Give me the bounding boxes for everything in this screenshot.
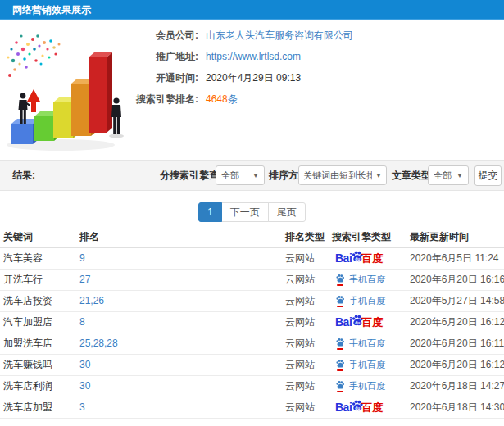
engine-type-cell: Baidu百度 xyxy=(329,311,406,333)
pagination-last-button[interactable]: 尾页 xyxy=(268,202,306,222)
svg-text:du: du xyxy=(356,405,361,410)
engine-type-cell: Baidu百度 xyxy=(329,247,406,269)
baidu-paw-icon xyxy=(335,338,345,347)
caret-down-icon: ▼ xyxy=(456,172,463,179)
rank-cell: 25,28,28 xyxy=(76,333,282,354)
rank-type-cell: 云网站 xyxy=(282,354,329,375)
column-header-updated: 最新更新时间 xyxy=(406,228,504,247)
column-header-rank: 排名 xyxy=(76,228,282,247)
open-time-label: 开通时间: xyxy=(129,71,198,85)
mobile-baidu-logo: 手机百度 xyxy=(335,359,385,371)
article-type-select[interactable]: 全部 ▼ xyxy=(428,165,469,185)
mobile-baidu-logo: 手机百度 xyxy=(335,380,385,392)
info-row-company: 会员公司: 山东老人头汽车服务咨询有限公司 xyxy=(129,25,353,46)
red-underline xyxy=(337,306,343,307)
updated-time-cell: 2020年6月5日 11:24 xyxy=(406,247,504,269)
baidu-paw-icon xyxy=(335,359,345,369)
engine-type-cell: 手机百度 xyxy=(329,290,406,311)
bar-chart-illustration xyxy=(2,25,129,156)
rank-unit: 条 xyxy=(228,93,238,105)
engine-filter-value: 全部 xyxy=(221,170,239,182)
info-row-open-time: 开通时间: 2020年4月29日 09:13 xyxy=(129,67,353,88)
rank-type-cell: 云网站 xyxy=(282,311,329,333)
caret-down-icon: ▼ xyxy=(375,172,382,179)
column-header-keyword: 关键词 xyxy=(0,228,76,247)
baidu-logo: Baidu百度 xyxy=(335,399,383,416)
baidu-logo: Baidu百度 xyxy=(335,314,383,331)
keyword-cell: 洗车店投资 xyxy=(0,290,76,311)
table-header-row: 关键词 排名 排名类型 搜索引擎类型 最新更新时间 xyxy=(0,228,504,247)
sort-select[interactable]: 关键词由短到长排序 ▼ xyxy=(298,165,387,185)
engine-type-cell: 手机百度 xyxy=(329,269,406,290)
engine-filter-select[interactable]: 全部 ▼ xyxy=(216,165,265,185)
rank-type-cell: 云网站 xyxy=(282,333,329,354)
rank-type-cell: 云网站 xyxy=(282,290,329,311)
keyword-cell: 开洗车行 xyxy=(0,269,76,290)
bar-red xyxy=(89,52,112,133)
keyword-cell: 洗车店加盟 xyxy=(0,397,76,418)
keyword-cell: 洗车赚钱吗 xyxy=(0,354,76,375)
submit-button[interactable]: 提交 xyxy=(474,165,502,186)
engine-type-cell: Baidu百度 xyxy=(329,397,406,418)
red-underline xyxy=(337,369,343,371)
pagination-current-page[interactable]: 1 xyxy=(198,202,222,222)
red-underline xyxy=(337,348,343,350)
rank-cell: 30 xyxy=(76,354,282,375)
updated-time-cell: 2020年6月20日 16:12 xyxy=(406,354,504,375)
rank-cell: 30 xyxy=(76,375,282,397)
results-table-body: 汽车美容 9 云网站 Baidu百度 2020年6月5日 11:24 开洗车行 … xyxy=(0,247,504,418)
table-row: 洗车赚钱吗 30 云网站 手机百度 2020年6月20日 16:12 xyxy=(0,354,504,375)
updated-time-cell: 2020年6月20日 16:16 xyxy=(406,269,504,290)
table-row: 加盟洗车店 25,28,28 云网站 手机百度 2020年6月20日 16:11 xyxy=(0,333,504,354)
result-label: 结果: xyxy=(12,161,35,190)
updated-time-cell: 2020年6月18日 14:30 xyxy=(406,397,504,418)
page-title: 网络营销效果展示 xyxy=(12,4,91,16)
keyword-cell: 汽车加盟店 xyxy=(0,311,76,333)
mobile-baidu-logo: 手机百度 xyxy=(335,274,385,286)
company-link[interactable]: 山东老人头汽车服务咨询有限公司 xyxy=(206,29,353,43)
column-header-rank-type: 排名类型 xyxy=(282,228,329,247)
table-row: 洗车店利润 30 云网站 手机百度 2020年6月18日 14:27 xyxy=(0,375,504,397)
rank-type-cell: 云网站 xyxy=(282,397,329,418)
engine-rank-label: 搜索引擎排名: xyxy=(129,93,198,106)
keyword-cell: 加盟洗车店 xyxy=(0,333,76,354)
keyword-cell: 汽车美容 xyxy=(0,247,76,269)
company-label: 会员公司: xyxy=(129,29,198,43)
red-underline xyxy=(337,284,343,286)
engine-type-cell: 手机百度 xyxy=(329,354,406,375)
updated-time-cell: 2020年6月18日 14:27 xyxy=(406,375,504,397)
engine-rank-value: 4648条 xyxy=(206,93,238,106)
engine-type-cell: 手机百度 xyxy=(329,375,406,397)
rank-type-cell: 云网站 xyxy=(282,375,329,397)
rank-cell: 27 xyxy=(76,269,282,290)
open-time-value: 2020年4月29日 09:13 xyxy=(206,71,301,85)
table-row: 汽车加盟店 8 云网站 Baidu百度 2020年6月20日 16:12 xyxy=(0,311,504,333)
filter-bar: 结果: 分搜索引擎查看 全部 ▼ 排序方式 关键词由短到长排序 ▼ 文章类型 全… xyxy=(0,160,504,191)
engine-type-cell: 手机百度 xyxy=(329,333,406,354)
rank-cell: 3 xyxy=(76,397,282,418)
info-row-rank: 搜索引擎排名: 4648条 xyxy=(129,88,353,110)
promo-url-label: 推广地址: xyxy=(129,50,198,64)
rank-type-cell: 云网站 xyxy=(282,269,329,290)
baidu-paw-icon xyxy=(335,380,345,390)
company-info: 会员公司: 山东老人头汽车服务咨询有限公司 推广地址: https://www.… xyxy=(129,25,353,110)
column-header-engine-type: 搜索引擎类型 xyxy=(329,228,406,247)
caret-down-icon: ▼ xyxy=(252,172,259,179)
promo-url-link[interactable]: https://www.lrtlsd.com xyxy=(206,51,301,62)
baidu-paw-icon xyxy=(335,274,345,283)
updated-time-cell: 2020年6月20日 16:11 xyxy=(406,333,504,354)
pagination: 1 下一页 尾页 xyxy=(0,202,504,222)
article-type-label: 文章类型 xyxy=(392,161,431,190)
svg-text:du: du xyxy=(356,256,361,261)
pagination-next-button[interactable]: 下一页 xyxy=(221,202,269,222)
keyword-cell: 洗车店利润 xyxy=(0,375,76,397)
mobile-baidu-logo: 手机百度 xyxy=(335,338,385,350)
article-type-value: 全部 xyxy=(434,170,452,182)
table-row: 汽车美容 9 云网站 Baidu百度 2020年6月5日 11:24 xyxy=(0,247,504,269)
updated-time-cell: 2020年6月20日 16:12 xyxy=(406,311,504,333)
table-row: 洗车店投资 21,26 云网站 手机百度 2020年5月27日 14:58 xyxy=(0,290,504,311)
table-row: 开洗车行 27 云网站 手机百度 2020年6月20日 16:16 xyxy=(0,269,504,290)
page: 网络营销效果展示 xyxy=(0,0,504,426)
rank-count: 4648 xyxy=(206,93,228,105)
rank-cell: 8 xyxy=(76,311,282,333)
